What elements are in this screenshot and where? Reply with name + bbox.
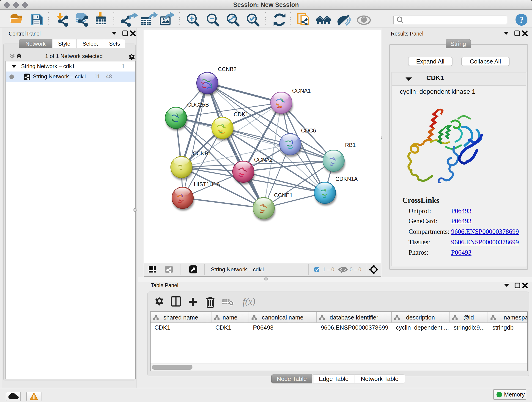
svg-text:HIST1H1A: HIST1H1A [194,181,220,187]
svg-text:CDKN1A: CDKN1A [336,176,358,182]
svg-text:CCNA2: CCNA2 [254,157,273,163]
svg-text:CCNB2: CCNB2 [218,66,236,72]
svg-text:1 – 0: 1 – 0 [323,267,334,273]
svg-text:CDK1: CDK1 [234,111,248,117]
svg-text:CDC6: CDC6 [301,128,316,134]
svg-text:CCNA1: CCNA1 [292,88,311,94]
svg-text:0 – 0: 0 – 0 [350,267,361,273]
svg-text:f(x): f(x) [243,296,255,307]
svg-text:CDC25B: CDC25B [187,102,209,108]
svg-text:CCNB1: CCNB1 [193,150,211,157]
svg-text:CCNE1: CCNE1 [274,192,293,198]
svg-text:String Network – cdk1: String Network – cdk1 [211,266,265,273]
svg-text:RB1: RB1 [345,142,356,148]
svg-text:?: ? [519,15,524,25]
